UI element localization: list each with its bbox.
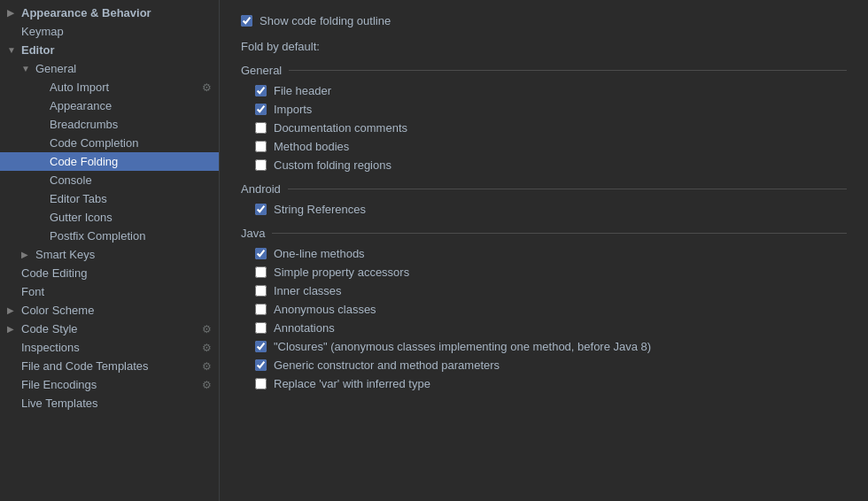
show-code-folding-outline-label[interactable]: Show code folding outline <box>260 14 391 27</box>
sidebar-item-label-console: Console <box>50 173 92 187</box>
sidebar-item-general[interactable]: ▼General <box>0 59 219 78</box>
sidebar-item-label-breadcrumbs: Breadcrumbs <box>50 118 118 131</box>
sections-container: GeneralFile headerImportsDocumentation c… <box>241 64 847 390</box>
checkbox-row-annotations: Annotations <box>255 321 847 335</box>
label-custom-folding[interactable]: Custom folding regions <box>274 158 391 172</box>
sidebar-item-console[interactable]: Console <box>0 171 219 189</box>
sidebar-item-label-inspections: Inspections <box>21 341 80 354</box>
checkbox-row-simple-property-accessors: Simple property accessors <box>255 266 847 279</box>
label-inner-classes[interactable]: Inner classes <box>274 284 342 297</box>
editor-arrow-icon: ▼ <box>7 45 21 55</box>
sidebar-item-label-file-code-templates: File and Code Templates <box>21 359 149 373</box>
sidebar-item-label-smart-keys: Smart Keys <box>35 248 95 261</box>
checkbox-row-anonymous-classes: Anonymous classes <box>255 303 847 316</box>
section-android: AndroidString References <box>241 182 847 216</box>
checkbox-row-inner-classes: Inner classes <box>255 284 847 297</box>
checkbox-doc-comments[interactable] <box>255 122 267 134</box>
sidebar-item-breadcrumbs[interactable]: Breadcrumbs <box>0 115 219 134</box>
sidebar-item-auto-import[interactable]: Auto Import⚙ <box>0 78 219 96</box>
sidebar-item-code-style[interactable]: ▶Code Style⚙ <box>0 320 219 338</box>
checkbox-simple-property-accessors[interactable] <box>255 266 267 278</box>
color-scheme-arrow-icon: ▶ <box>7 305 21 315</box>
section-indent-android: String References <box>241 203 847 216</box>
section-header-general: General <box>241 64 847 77</box>
label-imports[interactable]: Imports <box>274 103 312 116</box>
label-anonymous-classes[interactable]: Anonymous classes <box>274 303 376 316</box>
checkbox-string-references[interactable] <box>255 204 267 215</box>
sidebar-item-badge-code-style: ⚙ <box>202 323 212 335</box>
sidebar-item-postfix-completion[interactable]: Postfix Completion <box>0 227 219 245</box>
sidebar-item-label-code-completion: Code Completion <box>50 136 138 150</box>
appearance-behavior-arrow-icon: ▶ <box>7 8 21 18</box>
checkbox-row-custom-folding: Custom folding regions <box>255 158 847 172</box>
checkbox-row-method-bodies: Method bodies <box>255 140 847 153</box>
checkbox-closures[interactable] <box>255 341 267 352</box>
sidebar-item-label-appearance: Appearance <box>50 99 112 112</box>
sidebar-item-inspections[interactable]: Inspections⚙ <box>0 338 219 357</box>
checkbox-one-line-methods[interactable] <box>255 248 267 259</box>
checkbox-row-generic-constructor: Generic constructor and method parameter… <box>255 358 847 372</box>
checkbox-row-string-references: String References <box>255 203 847 216</box>
checkbox-replace-var[interactable] <box>255 378 267 389</box>
checkbox-file-header[interactable] <box>255 85 267 96</box>
label-one-line-methods[interactable]: One-line methods <box>274 247 365 260</box>
sidebar-item-color-scheme[interactable]: ▶Color Scheme <box>0 301 219 320</box>
checkbox-inner-classes[interactable] <box>255 285 267 297</box>
sidebar-item-badge-file-code-templates: ⚙ <box>202 360 212 373</box>
sidebar-item-label-code-editing: Code Editing <box>21 266 87 280</box>
label-file-header[interactable]: File header <box>274 84 331 97</box>
fold-by-default-label: Fold by default: <box>241 40 847 53</box>
checkbox-anonymous-classes[interactable] <box>255 304 267 315</box>
sidebar-item-file-encodings[interactable]: File Encodings⚙ <box>0 375 219 394</box>
checkbox-generic-constructor[interactable] <box>255 359 267 371</box>
checkbox-row-doc-comments: Documentation comments <box>255 121 847 135</box>
sidebar-item-label-code-folding: Code Folding <box>50 155 118 168</box>
label-replace-var[interactable]: Replace 'var' with inferred type <box>274 377 430 390</box>
sidebar-item-code-editing[interactable]: Code Editing <box>0 264 219 282</box>
sidebar-item-editor[interactable]: ▼Editor <box>0 41 219 59</box>
checkbox-row-one-line-methods: One-line methods <box>255 247 847 260</box>
sidebar: ▶Appearance & BehaviorKeymap▼Editor▼Gene… <box>0 0 220 501</box>
show-code-folding-outline-checkbox[interactable] <box>241 15 252 27</box>
sidebar-item-label-gutter-icons: Gutter Icons <box>50 211 112 224</box>
sidebar-item-file-code-templates[interactable]: File and Code Templates⚙ <box>0 357 219 375</box>
sidebar-item-font[interactable]: Font <box>0 282 219 301</box>
sidebar-item-label-appearance-behavior: Appearance & Behavior <box>21 6 151 19</box>
sidebar-item-live-templates[interactable]: Live Templates <box>0 394 219 412</box>
sidebar-item-label-keymap: Keymap <box>21 25 64 38</box>
section-header-android: Android <box>241 182 847 196</box>
checkbox-method-bodies[interactable] <box>255 141 267 152</box>
section-indent-java: One-line methodsSimple property accessor… <box>241 247 847 390</box>
smart-keys-arrow-icon: ▶ <box>21 250 35 259</box>
sidebar-item-smart-keys[interactable]: ▶Smart Keys <box>0 245 219 264</box>
checkbox-row-replace-var: Replace 'var' with inferred type <box>255 377 847 390</box>
checkbox-custom-folding[interactable] <box>255 159 267 171</box>
sidebar-item-label-editor-tabs: Editor Tabs <box>50 192 107 205</box>
section-indent-general: File headerImportsDocumentation comments… <box>241 84 847 172</box>
label-closures[interactable]: "Closures" (anonymous classes implementi… <box>274 340 651 353</box>
label-generic-constructor[interactable]: Generic constructor and method parameter… <box>274 358 500 372</box>
sidebar-item-appearance-behavior[interactable]: ▶Appearance & Behavior <box>0 4 219 22</box>
general-arrow-icon: ▼ <box>21 64 35 73</box>
sidebar-item-label-postfix-completion: Postfix Completion <box>50 229 145 243</box>
label-method-bodies[interactable]: Method bodies <box>274 140 349 153</box>
label-simple-property-accessors[interactable]: Simple property accessors <box>274 266 409 279</box>
sidebar-item-badge-file-encodings: ⚙ <box>202 379 212 391</box>
label-doc-comments[interactable]: Documentation comments <box>274 121 407 135</box>
sidebar-item-gutter-icons[interactable]: Gutter Icons <box>0 208 219 227</box>
sidebar-item-keymap[interactable]: Keymap <box>0 22 219 41</box>
checkbox-row-closures: "Closures" (anonymous classes implementi… <box>255 340 847 353</box>
sidebar-item-editor-tabs[interactable]: Editor Tabs <box>0 189 219 208</box>
checkbox-row-imports: Imports <box>255 103 847 116</box>
sidebar-item-appearance[interactable]: Appearance <box>0 96 219 115</box>
label-string-references[interactable]: String References <box>274 203 366 216</box>
label-annotations[interactable]: Annotations <box>274 321 335 335</box>
section-general: GeneralFile headerImportsDocumentation c… <box>241 64 847 172</box>
section-java: JavaOne-line methodsSimple property acce… <box>241 227 847 390</box>
sidebar-item-label-general: General <box>35 62 76 75</box>
sidebar-item-code-completion[interactable]: Code Completion <box>0 134 219 152</box>
checkbox-annotations[interactable] <box>255 322 267 334</box>
sidebar-item-code-folding[interactable]: Code Folding <box>0 152 219 171</box>
sidebar-item-badge-inspections: ⚙ <box>202 342 212 354</box>
checkbox-imports[interactable] <box>255 104 267 115</box>
